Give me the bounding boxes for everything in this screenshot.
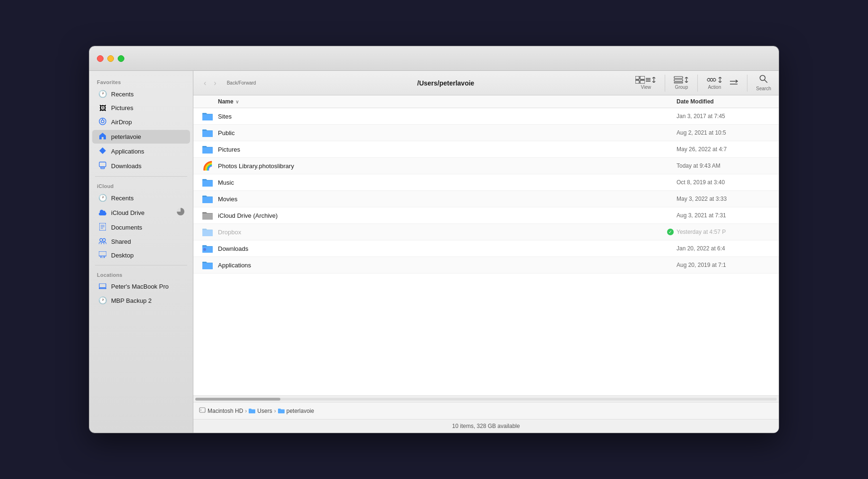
svg-point-22 bbox=[707, 78, 710, 81]
svg-point-23 bbox=[710, 78, 713, 81]
file-date: Aug 3, 2021 at 7:31 bbox=[677, 212, 771, 219]
svg-point-9 bbox=[103, 239, 105, 241]
sidebar-item-label: Peter's MacBook Pro bbox=[111, 283, 169, 290]
sidebar-item-pictures[interactable]: 🖼 Pictures bbox=[92, 102, 190, 114]
more-icon bbox=[729, 79, 738, 87]
folder-icon bbox=[201, 243, 214, 254]
svg-rect-17 bbox=[635, 80, 639, 84]
sidebar-item-airdrop[interactable]: AirDrop bbox=[92, 115, 190, 129]
name-column-header[interactable]: Name ∨ bbox=[218, 98, 667, 105]
svg-rect-3 bbox=[101, 167, 104, 169]
forward-button[interactable]: › bbox=[211, 77, 219, 89]
action-tool[interactable]: Action bbox=[706, 76, 722, 90]
icloud-drive-icon bbox=[98, 209, 107, 217]
file-date: Today at 9:43 AM bbox=[677, 163, 771, 169]
svg-rect-2 bbox=[99, 162, 106, 167]
file-list[interactable]: Name ∨ Date Modified Sites bbox=[193, 95, 779, 395]
breadcrumb-macintosh-hd[interactable]: Macintosh HD bbox=[199, 407, 243, 415]
table-row[interactable]: Applications Aug 20, 2019 at 7:1 bbox=[193, 257, 779, 274]
sidebar-item-icloud-recents[interactable]: 🕐 Recents bbox=[92, 191, 190, 205]
group-tool[interactable]: Group bbox=[674, 76, 689, 90]
table-row[interactable]: Dropbox ✓ Yesterday at 4:57 P bbox=[193, 224, 779, 240]
sidebar-divider-2 bbox=[95, 265, 187, 265]
maximize-button[interactable] bbox=[118, 55, 124, 62]
back-button[interactable]: ‹ bbox=[201, 77, 209, 89]
sidebar-item-label: AirDrop bbox=[111, 119, 132, 126]
view-tool[interactable]: View bbox=[635, 76, 656, 90]
group-icon bbox=[674, 76, 689, 84]
pictures-icon: 🖼 bbox=[98, 104, 107, 112]
documents-icon bbox=[98, 223, 107, 232]
traffic-lights bbox=[97, 55, 124, 62]
table-row[interactable]: Sites Jan 3, 2017 at 7:45 bbox=[193, 108, 779, 125]
table-row[interactable]: Downloads Jan 20, 2022 at 6:4 bbox=[193, 240, 779, 257]
file-date: Jan 3, 2017 at 7:45 bbox=[677, 113, 771, 120]
breadcrumb-peterlavoie[interactable]: peterlavoie bbox=[278, 407, 314, 415]
table-row[interactable]: 🌈 Photos Library.photoslibrary Today at … bbox=[193, 158, 779, 174]
sidebar-item-mbp-backup[interactable]: 🕐 MBP Backup 2 bbox=[92, 294, 190, 307]
sidebar-item-shared[interactable]: Shared bbox=[92, 235, 190, 248]
folder-icon bbox=[201, 193, 214, 205]
icloud-section-label: iCloud bbox=[89, 180, 193, 191]
scrollbar-thumb[interactable] bbox=[195, 398, 280, 401]
home-icon bbox=[98, 132, 107, 141]
svg-point-24 bbox=[713, 78, 716, 81]
sidebar-item-label: Desktop bbox=[111, 252, 134, 259]
svg-rect-28 bbox=[200, 408, 205, 412]
table-row[interactable]: Public Aug 2, 2021 at 10:5 bbox=[193, 125, 779, 141]
close-button[interactable] bbox=[97, 55, 104, 62]
folder-icon-dropbox bbox=[201, 226, 214, 238]
minimize-button[interactable] bbox=[107, 55, 114, 62]
status-bar: 10 items, 328 GB available bbox=[193, 419, 779, 433]
sidebar: Favorites 🕐 Recents 🖼 Pictures AirDrop bbox=[89, 71, 193, 433]
search-tool[interactable]: Search bbox=[756, 75, 771, 91]
file-date: May 26, 2022 at 4:7 bbox=[677, 146, 771, 153]
status-text: 10 items, 328 GB available bbox=[452, 423, 520, 429]
scrollbar-area[interactable] bbox=[193, 396, 779, 402]
sidebar-item-peterlavoie[interactable]: peterlavoie bbox=[92, 130, 190, 144]
sidebar-item-macbook[interactable]: Peter's MacBook Pro bbox=[92, 280, 190, 293]
sidebar-item-downloads[interactable]: Downloads bbox=[92, 159, 190, 173]
svg-rect-16 bbox=[640, 76, 645, 79]
sidebar-item-recents[interactable]: 🕐 Recents bbox=[92, 87, 190, 101]
action-icon bbox=[706, 76, 722, 84]
file-date: May 3, 2022 at 3:33 bbox=[677, 196, 771, 202]
breadcrumb-users[interactable]: Users bbox=[249, 407, 272, 415]
recents-icon: 🕐 bbox=[98, 90, 107, 98]
table-row[interactable]: iCloud Drive (Archive) Aug 3, 2021 at 7:… bbox=[193, 207, 779, 224]
file-date: Aug 20, 2019 at 7:1 bbox=[677, 262, 771, 268]
svg-rect-15 bbox=[635, 76, 639, 79]
sidebar-item-documents[interactable]: Documents bbox=[92, 221, 190, 234]
locations-section-label: Locations bbox=[89, 268, 193, 280]
title-bar bbox=[89, 46, 779, 71]
users-label: Users bbox=[257, 408, 272, 414]
hd-icon bbox=[199, 407, 206, 415]
airdrop-icon bbox=[98, 118, 107, 127]
file-date: Aug 2, 2021 at 10:5 bbox=[677, 129, 771, 136]
breadcrumb-sep-2: › bbox=[274, 408, 276, 414]
table-row[interactable]: Pictures May 26, 2022 at 4:7 bbox=[193, 141, 779, 158]
sidebar-item-desktop[interactable]: Desktop bbox=[92, 249, 190, 262]
file-name: Public bbox=[218, 129, 667, 137]
svg-rect-20 bbox=[674, 79, 683, 81]
table-row[interactable]: Movies May 3, 2022 at 3:33 bbox=[193, 191, 779, 207]
horizontal-scrollbar[interactable] bbox=[195, 398, 777, 401]
sidebar-item-applications[interactable]: Applications bbox=[92, 145, 190, 158]
file-name: Downloads bbox=[218, 245, 667, 252]
svg-point-25 bbox=[760, 76, 765, 81]
file-name: Dropbox bbox=[218, 229, 667, 236]
main-content: Favorites 🕐 Recents 🖼 Pictures AirDrop bbox=[89, 71, 779, 433]
users-folder-icon bbox=[249, 407, 255, 415]
sidebar-item-icloud-drive[interactable]: iCloud Drive bbox=[92, 205, 190, 220]
svg-point-1 bbox=[101, 120, 104, 123]
date-column-header[interactable]: Date Modified bbox=[677, 98, 771, 105]
svg-rect-19 bbox=[674, 77, 683, 78]
toolbar-divider bbox=[665, 75, 665, 92]
toolbar-divider-2 bbox=[697, 75, 698, 92]
table-row[interactable]: Music Oct 8, 2019 at 3:40 bbox=[193, 174, 779, 191]
sidebar-item-label: MBP Backup 2 bbox=[111, 297, 152, 304]
more-tool[interactable] bbox=[729, 79, 738, 87]
file-list-header: Name ∨ Date Modified bbox=[193, 95, 779, 108]
icloud-spinner bbox=[177, 208, 184, 217]
folder-icon bbox=[201, 177, 214, 188]
